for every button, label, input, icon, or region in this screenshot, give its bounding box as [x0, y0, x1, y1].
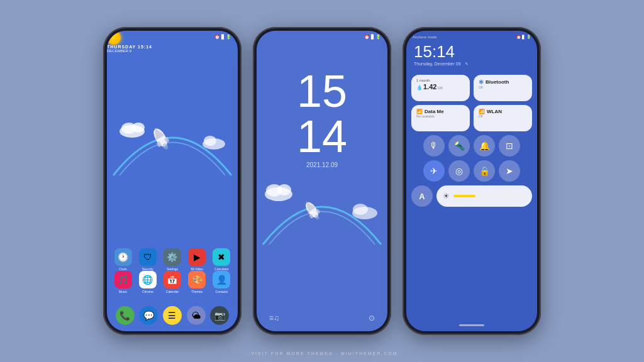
cc-data-unit: GB	[437, 86, 443, 90]
cc-bluetooth-header: ✱ Bluetooth	[479, 79, 527, 85]
cc-wlan-header: 📶 WLAN	[479, 109, 527, 114]
bluetooth-icon: ✱	[479, 79, 484, 85]
phone1-dock: 📞 💬 ☰ 🌥 📷	[107, 306, 238, 325]
svg-point-12	[277, 184, 291, 195]
app-calculator[interactable]: ✖ Calculator	[213, 248, 230, 271]
app-clock[interactable]: 🕐 Clock	[114, 248, 132, 271]
app-music[interactable]: 🎵 Music	[114, 271, 132, 293]
phone-3: Airplane mode ⏰ ▊ 🔋 15:14 Thursday, Dece…	[402, 27, 541, 335]
cc-btn-bell[interactable]: 🔔	[474, 135, 495, 156]
phone1-date-text: THURSDAY 15:14 DECEMBER 9	[107, 45, 238, 53]
phone1-status-icons: ⏰ ▊ 🔋	[214, 35, 231, 40]
phone1-rainbow-rocket	[107, 81, 238, 182]
app-contacts[interactable]: 👤 Contacts	[213, 271, 230, 293]
phone1-apps-row2: 🎵 Music 🌐 Chrome 📅 Calendar 🎨	[107, 271, 238, 299]
cc-btn-airplane[interactable]: ✈	[423, 160, 445, 182]
dock-messages[interactable]: 💬	[139, 306, 158, 325]
phone1-month: DECEMBER 9	[107, 49, 238, 53]
phone1-day: THURSDAY 15:14	[107, 45, 238, 49]
phone2-camera-icon[interactable]: ⊙	[369, 314, 375, 322]
cc-main-time: 15:14 Thursday, December 09 ✎	[414, 42, 469, 67]
app-themes[interactable]: 🎨 Themes	[188, 271, 206, 293]
mobiledata-icon: 📶	[416, 109, 423, 114]
cc-wlan-status: Off	[479, 114, 527, 118]
phone3-status-icons: ⏰ ▊ 🔋	[516, 35, 531, 39]
watermark: ..VISIT FOR MORE THEMES - MIUITHEMER.COM	[0, 351, 644, 356]
phone2-minute: 14	[257, 114, 387, 159]
brightness-fill	[453, 195, 475, 197]
phone2-rainbow-rocket	[257, 156, 387, 251]
apps-row-1: 🕐 Clock 🛡 Security ⚙️ Settings ▶	[111, 248, 234, 271]
cc-letter-a-btn[interactable]: A	[411, 185, 433, 207]
phone3-screen: Airplane mode ⏰ ▊ 🔋 15:14 Thursday, Dece…	[406, 31, 537, 331]
cc-tiles: 1 month 💧 1.42 GB ✱ Bluetooth	[411, 75, 532, 207]
cc-data-icon: 💧	[416, 85, 423, 90]
cc-mobiledata-status: Not available	[416, 114, 465, 118]
cc-btn-circle[interactable]: ◎	[448, 160, 470, 182]
phone2-screen: ⏰ ▊ 🔋 15 14 2021.12.09	[257, 31, 387, 331]
cc-top-bar: Airplane mode ⏰ ▊ 🔋	[413, 35, 531, 39]
cc-btn-screen[interactable]: ⊡	[499, 135, 520, 156]
phone2-status-icons: ⏰ ▊ 🔋	[364, 35, 381, 40]
cc-bluetooth-tile[interactable]: ✱ Bluetooth Off	[474, 75, 532, 101]
cc-tiles-row2: 📶 Data Me Not available 📶 WLAN Off	[411, 105, 532, 131]
cc-mobiledata-header: 📶 Data Me	[416, 109, 465, 114]
svg-point-14	[353, 204, 368, 215]
cc-edit-icon[interactable]: ✎	[465, 62, 469, 66]
phone3-signal-icon: ▊	[522, 35, 525, 39]
phone2-hour: 15	[257, 69, 387, 114]
dock-camera[interactable]: 📷	[210, 306, 229, 325]
cc-btn-mic[interactable]: 🎙	[423, 135, 445, 156]
phone1-status-bar: ⏰ ▊ 🔋	[113, 35, 231, 40]
phone3-battery-icon: 🔋	[526, 35, 531, 39]
cc-bluetooth-title: Bluetooth	[486, 79, 509, 85]
page-container: ⏰ ▊ 🔋 THURSDAY 15:14 DECEMBER 9	[0, 0, 644, 362]
cc-data-tile[interactable]: 1 month 💧 1.42 GB	[411, 75, 470, 101]
svg-point-4	[204, 136, 216, 146]
cc-data-value: 1.42	[423, 83, 436, 90]
cc-mobiledata-title: Data Me	[425, 109, 444, 114]
cc-date: Thursday, December 09 ✎	[414, 62, 469, 67]
phone2-clock: 15 14 2021.12.09	[257, 69, 387, 168]
phone1-alarm-icon: ⏰	[214, 35, 220, 40]
cc-btn-location[interactable]: ➤	[499, 160, 520, 182]
svg-point-2	[132, 123, 145, 133]
app-settings[interactable]: ⚙️ Settings	[164, 248, 181, 271]
phone-1: ⏰ ▊ 🔋 THURSDAY 15:14 DECEMBER 9	[103, 27, 242, 335]
brightness-icon: ☀	[443, 192, 450, 200]
cc-wlan-title: WLAN	[487, 109, 502, 114]
cc-tiles-row1: 1 month 💧 1.42 GB ✱ Bluetooth	[411, 75, 532, 101]
cc-bottom-row: A ☀	[411, 185, 532, 207]
app-chrome[interactable]: 🌐 Chrome	[139, 271, 157, 293]
apps-row-2: 🎵 Music 🌐 Chrome 📅 Calendar 🎨	[111, 271, 234, 293]
phone2-signal-icon: ▊	[371, 35, 374, 40]
cc-buttons-row1: 🎙 🔦 🔔 ⊡	[411, 135, 532, 156]
phone3-alarm-icon: ⏰	[516, 35, 521, 39]
phone-2: ⏰ ▊ 🔋 15 14 2021.12.09	[253, 27, 391, 335]
app-mivideo[interactable]: ▶ Mi Video	[188, 248, 206, 271]
phone2-alarm-icon: ⏰	[364, 35, 370, 40]
dock-menu[interactable]: ☰	[163, 306, 182, 325]
cc-wlan-tile[interactable]: 📶 WLAN Off	[474, 105, 532, 131]
phone2-bottom-bar: ≡♫ ⊙	[257, 314, 387, 322]
home-indicator	[459, 324, 484, 326]
cc-brightness-bar[interactable]: ☀	[436, 185, 532, 207]
phone1-battery-icon: 🔋	[226, 35, 231, 40]
dock-weather[interactable]: 🌥	[187, 306, 206, 325]
app-security[interactable]: 🛡 Security	[139, 248, 157, 271]
airplane-mode-label: Airplane mode	[413, 35, 437, 39]
phone2-status-bar: ⏰ ▊ 🔋	[263, 35, 381, 40]
phone1-signal-icon: ▊	[221, 35, 225, 40]
wlan-icon: 📶	[479, 109, 485, 114]
cc-mobiledata-tile[interactable]: 📶 Data Me Not available	[411, 105, 470, 131]
cc-btn-flashlight[interactable]: 🔦	[448, 135, 470, 156]
cc-big-time: 15:14	[414, 42, 469, 62]
cc-buttons-row2: ✈ ◎ 🔒 ➤	[411, 160, 532, 182]
cc-btn-lock[interactable]: 🔒	[474, 160, 495, 182]
phone2-playlist-icon[interactable]: ≡♫	[269, 314, 279, 322]
phone1-screen: ⏰ ▊ 🔋 THURSDAY 15:14 DECEMBER 9	[107, 31, 238, 331]
dock-phone[interactable]: 📞	[116, 306, 135, 325]
cc-bluetooth-status: Off	[479, 85, 527, 89]
app-calendar[interactable]: 📅 Calendar	[164, 271, 181, 293]
phone2-battery-icon: 🔋	[375, 35, 381, 40]
